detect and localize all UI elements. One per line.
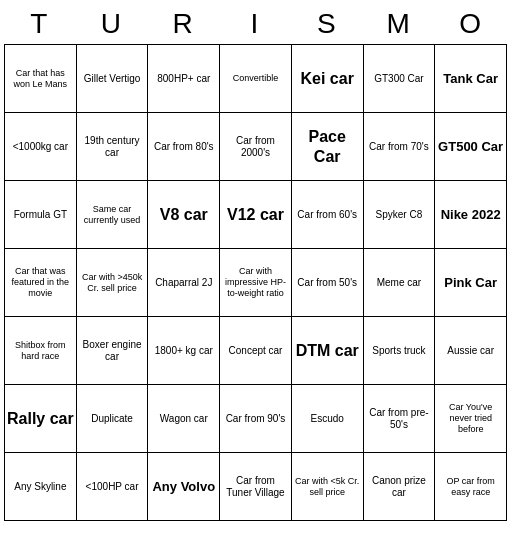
grid-cell: Tank Car: [435, 45, 507, 113]
grid-cell: Wagon car: [148, 385, 220, 453]
grid-cell: Rally car: [5, 385, 77, 453]
grid-cell: 1800+ kg car: [148, 317, 220, 385]
grid-cell: Car that has won Le Mans: [5, 45, 77, 113]
grid-cell: Formula GT: [5, 181, 77, 249]
bingo-grid: Car that has won Le MansGillet Vertigo80…: [4, 44, 507, 521]
grid-cell: V8 car: [148, 181, 220, 249]
header-letter: M: [363, 4, 435, 44]
grid-cell: Sports truck: [364, 317, 436, 385]
grid-cell: GT300 Car: [364, 45, 436, 113]
grid-cell: Car from 90's: [220, 385, 292, 453]
grid-cell: Any Volvo: [148, 453, 220, 521]
header-letter: T: [4, 4, 76, 44]
grid-cell: Same car currently used: [77, 181, 149, 249]
grid-cell: V12 car: [220, 181, 292, 249]
grid-cell: Kei car: [292, 45, 364, 113]
grid-cell: Car from 2000's: [220, 113, 292, 181]
grid-cell: Duplicate: [77, 385, 149, 453]
grid-cell: Car with >450k Cr. sell price: [77, 249, 149, 317]
grid-cell: Car that was featured in the movie: [5, 249, 77, 317]
grid-cell: Car from pre-50's: [364, 385, 436, 453]
grid-cell: Car from 60's: [292, 181, 364, 249]
grid-cell: DTM car: [292, 317, 364, 385]
grid-cell: Car from 80's: [148, 113, 220, 181]
header-row: TURISMO: [4, 4, 507, 44]
grid-cell: <1000kg car: [5, 113, 77, 181]
grid-cell: GT500 Car: [435, 113, 507, 181]
grid-cell: Car from Tuner Village: [220, 453, 292, 521]
grid-cell: 19th century car: [77, 113, 149, 181]
grid-cell: Car with impressive HP-to-weight ratio: [220, 249, 292, 317]
grid-cell: Concept car: [220, 317, 292, 385]
grid-cell: Spyker C8: [364, 181, 436, 249]
grid-cell: Shitbox from hard race: [5, 317, 77, 385]
grid-cell: Meme car: [364, 249, 436, 317]
grid-cell: Car from 70's: [364, 113, 436, 181]
header-letter: R: [148, 4, 220, 44]
grid-cell: Chaparral 2J: [148, 249, 220, 317]
grid-cell: Aussie car: [435, 317, 507, 385]
header-letter: S: [291, 4, 363, 44]
header-letter: U: [76, 4, 148, 44]
grid-cell: Canon prize car: [364, 453, 436, 521]
grid-cell: Convertible: [220, 45, 292, 113]
grid-cell: Boxer engine car: [77, 317, 149, 385]
grid-cell: Pink Car: [435, 249, 507, 317]
grid-cell: Car You've never tried before: [435, 385, 507, 453]
header-letter: O: [435, 4, 507, 44]
grid-cell: Pace Car: [292, 113, 364, 181]
grid-cell: Any Skyline: [5, 453, 77, 521]
grid-cell: 800HP+ car: [148, 45, 220, 113]
grid-cell: Escudo: [292, 385, 364, 453]
bingo-container: TURISMO Car that has won Le MansGillet V…: [0, 0, 511, 525]
grid-cell: OP car from easy race: [435, 453, 507, 521]
grid-cell: Nike 2022: [435, 181, 507, 249]
grid-cell: Car with <5k Cr. sell price: [292, 453, 364, 521]
grid-cell: <100HP car: [77, 453, 149, 521]
header-letter: I: [220, 4, 292, 44]
grid-cell: Gillet Vertigo: [77, 45, 149, 113]
grid-cell: Car from 50's: [292, 249, 364, 317]
